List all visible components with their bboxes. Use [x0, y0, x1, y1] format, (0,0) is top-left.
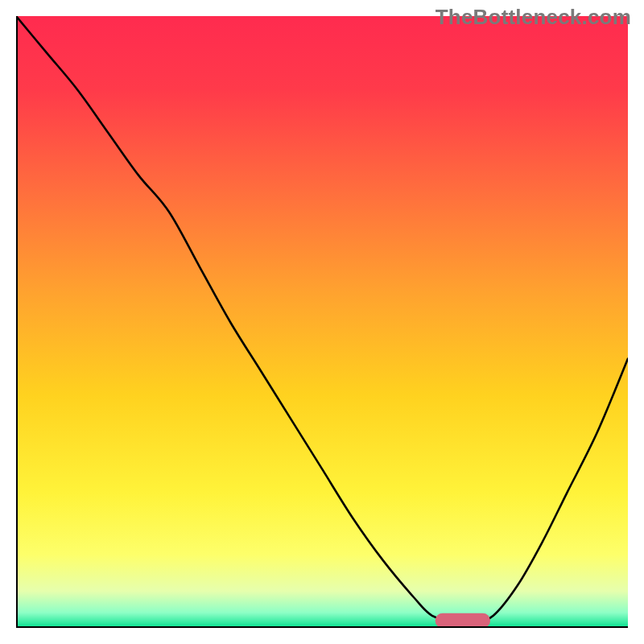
optimal-marker — [436, 613, 490, 628]
gradient-background — [16, 16, 628, 628]
plot-area — [16, 16, 628, 628]
watermark-text: TheBottleneck.com — [436, 5, 631, 30]
chart-container: TheBottleneck.com — [0, 0, 644, 644]
chart-svg — [16, 16, 628, 628]
